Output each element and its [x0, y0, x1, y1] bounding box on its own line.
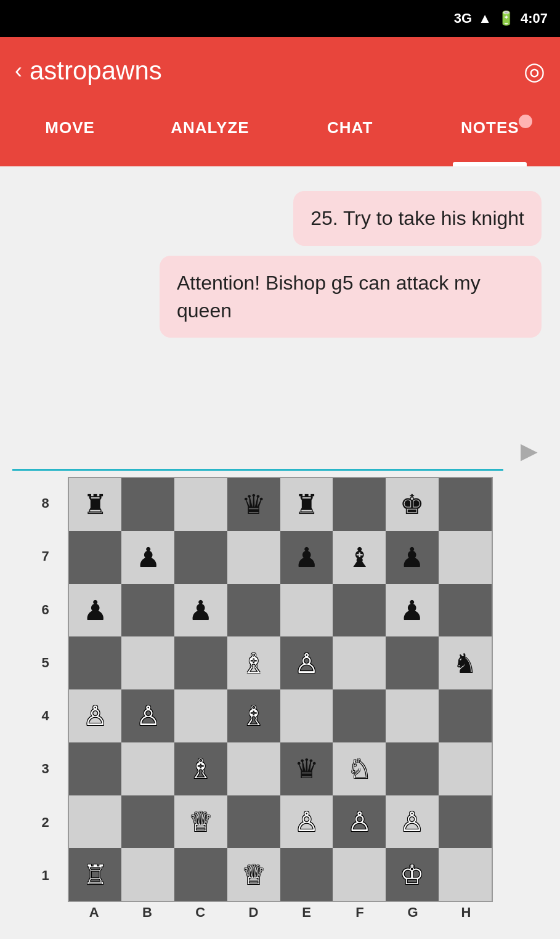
row-labels: 8 7 6 5 4 3 2 1 — [42, 477, 49, 902]
cell-4E[interactable] — [280, 689, 333, 742]
cell-6G[interactable]: ♟ — [386, 584, 439, 637]
row-label-7: 7 — [42, 530, 49, 583]
tab-notes-label: NOTES — [461, 118, 519, 137]
cell-3D[interactable] — [227, 742, 280, 795]
cell-8D[interactable]: ♛ — [227, 478, 280, 531]
cell-6H[interactable] — [439, 584, 492, 637]
cell-1A[interactable]: ♖ — [69, 848, 122, 901]
cell-8C[interactable] — [174, 478, 227, 531]
cell-1C[interactable] — [174, 848, 227, 901]
cell-2B[interactable] — [121, 795, 174, 848]
cell-2G[interactable]: ♙ — [386, 795, 439, 848]
cell-6F[interactable] — [333, 584, 386, 637]
app-title: astropawns — [30, 56, 162, 86]
app-bar: ‹ astropawns ◎ — [0, 37, 560, 105]
cell-2C[interactable]: ♕ — [174, 795, 227, 848]
cell-7D[interactable] — [227, 531, 280, 584]
message-input[interactable] — [12, 431, 503, 471]
board-container: 8 7 6 5 4 3 2 1 ♜♛♜♚♟♟♝♟♟♟♟♗♙♞♙♙♗♗♛♘♕♙♙♙… — [0, 477, 560, 933]
target-icon[interactable]: ◎ — [524, 57, 545, 85]
row-label-2: 2 — [42, 796, 49, 849]
chess-board[interactable]: ♜♛♜♚♟♟♝♟♟♟♟♗♙♞♙♙♗♗♛♘♕♙♙♙♖♕♔ — [68, 477, 493, 902]
row-label-8: 8 — [42, 477, 49, 530]
network-indicator: 3G — [454, 10, 472, 26]
send-button[interactable]: ▶ — [511, 433, 548, 470]
cell-5A[interactable] — [69, 636, 122, 689]
cell-6D[interactable] — [227, 584, 280, 637]
cell-4B[interactable]: ♙ — [121, 689, 174, 742]
cell-3A[interactable] — [69, 742, 122, 795]
cell-2A[interactable] — [69, 795, 122, 848]
cell-1B[interactable] — [121, 848, 174, 901]
cell-3E[interactable]: ♛ — [280, 742, 333, 795]
cell-2E[interactable]: ♙ — [280, 795, 333, 848]
row-label-4: 4 — [42, 689, 49, 742]
cell-1G[interactable]: ♔ — [386, 848, 439, 901]
cell-5C[interactable] — [174, 636, 227, 689]
cell-5E[interactable]: ♙ — [280, 636, 333, 689]
cell-5B[interactable] — [121, 636, 174, 689]
col-label-a: A — [68, 902, 121, 921]
cell-7G[interactable]: ♟ — [386, 531, 439, 584]
col-label-c: C — [174, 902, 227, 921]
clock: 4:07 — [521, 10, 548, 26]
chat-area: 25. Try to take his knight Attention! Bi… — [0, 166, 560, 400]
cell-4C[interactable] — [174, 689, 227, 742]
notes-badge — [519, 115, 532, 128]
cell-4H[interactable] — [439, 689, 492, 742]
tab-move[interactable]: MOVE — [0, 110, 140, 166]
cell-2D[interactable] — [227, 795, 280, 848]
col-label-e: E — [280, 902, 333, 921]
cell-5D[interactable]: ♗ — [227, 636, 280, 689]
col-label-b: B — [121, 902, 174, 921]
col-label-h: H — [439, 902, 492, 921]
battery-icon: 🔋 — [498, 10, 514, 26]
col-label-g: G — [386, 902, 439, 921]
cell-2F[interactable]: ♙ — [333, 795, 386, 848]
cell-4G[interactable] — [386, 689, 439, 742]
cell-8H[interactable] — [439, 478, 492, 531]
cell-6A[interactable]: ♟ — [69, 584, 122, 637]
cell-8E[interactable]: ♜ — [280, 478, 333, 531]
cell-6B[interactable] — [121, 584, 174, 637]
cell-7F[interactable]: ♝ — [333, 531, 386, 584]
cell-1E[interactable] — [280, 848, 333, 901]
cell-5G[interactable] — [386, 636, 439, 689]
row-label-3: 3 — [42, 742, 49, 795]
cell-3G[interactable] — [386, 742, 439, 795]
cell-7B[interactable]: ♟ — [121, 531, 174, 584]
cell-7A[interactable] — [69, 531, 122, 584]
cell-6E[interactable] — [280, 584, 333, 637]
cell-5H[interactable]: ♞ — [439, 636, 492, 689]
tab-notes[interactable]: NOTES — [420, 110, 560, 166]
cell-8A[interactable]: ♜ — [69, 478, 122, 531]
cell-1H[interactable] — [439, 848, 492, 901]
cell-7E[interactable]: ♟ — [280, 531, 333, 584]
cell-6C[interactable]: ♟ — [174, 584, 227, 637]
tab-chat[interactable]: CHAT — [280, 110, 420, 166]
cell-5F[interactable] — [333, 636, 386, 689]
cell-8F[interactable] — [333, 478, 386, 531]
cell-4F[interactable] — [333, 689, 386, 742]
tab-move-label: MOVE — [45, 118, 95, 137]
cell-3F[interactable]: ♘ — [333, 742, 386, 795]
cell-3B[interactable] — [121, 742, 174, 795]
cell-7H[interactable] — [439, 531, 492, 584]
cell-4A[interactable]: ♙ — [69, 689, 122, 742]
chat-message-2-text: Attention! Bishop g5 can attack my queen — [177, 272, 481, 322]
cell-3C[interactable]: ♗ — [174, 742, 227, 795]
row-label-6: 6 — [42, 583, 49, 636]
cell-1D[interactable]: ♕ — [227, 848, 280, 901]
back-button[interactable]: ‹ — [15, 58, 22, 84]
tab-analyze-label: ANALYZE — [171, 118, 249, 137]
input-area: ▶ — [0, 425, 560, 477]
cell-4D[interactable]: ♗ — [227, 689, 280, 742]
cell-7C[interactable] — [174, 531, 227, 584]
cell-3H[interactable] — [439, 742, 492, 795]
tab-analyze[interactable]: ANALYZE — [140, 110, 280, 166]
cell-1F[interactable] — [333, 848, 386, 901]
cell-8G[interactable]: ♚ — [386, 478, 439, 531]
cell-8B[interactable] — [121, 478, 174, 531]
send-icon: ▶ — [521, 438, 538, 464]
cell-2H[interactable] — [439, 795, 492, 848]
